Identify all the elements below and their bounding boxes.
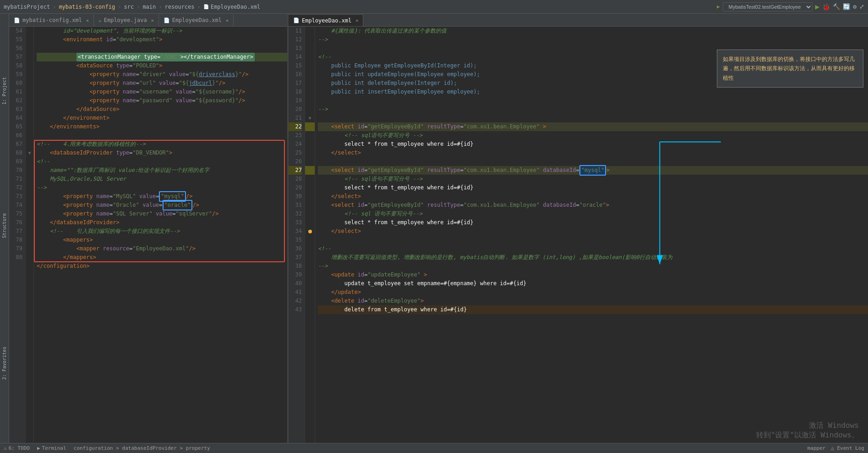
rline-31: <select id="getEmployeeById" resultType=… (318, 201, 868, 210)
code-line-60: <property name="url" value="${jdbcurl}"/… (37, 79, 287, 88)
rline-37: 增删改不需要写返回值类型, 增删改影响的是行数, mybatis自动判断. 如果… (318, 253, 868, 262)
code-line-58: <dataSource type="POOLED"> (37, 61, 287, 70)
code-line-73: <property name="MySQL" value="mysql"/> (37, 192, 287, 201)
rline-20: --> (318, 105, 868, 114)
rline-40: update t_employee set empname=#{empname}… (318, 279, 868, 288)
right-code: #{属性值}: 代表取出传递过来的某个参数的值 --> <!-- public … (315, 27, 868, 443)
right-gutter: ▼ (305, 27, 315, 443)
rline-38: --> (318, 262, 868, 271)
left-tab-bar: 📄 mybatis-config.xml ✕ ☕ Employee.java ✕… (9, 14, 287, 27)
code-line-55: <environment id="development"> (37, 35, 287, 44)
breadcrumb-file[interactable]: EmployeeDao.xml (211, 4, 260, 10)
right-panel: 📄 EmployeeDao.xml ✕ 11 12 13 14 15 16 17… (289, 14, 868, 443)
tab-employee-java[interactable]: ☕ Employee.java ✕ (94, 14, 159, 26)
tab-employee-dao[interactable]: 📄 EmployeeDao.xml ✕ (159, 14, 234, 26)
java-icon: ☕ (98, 17, 102, 23)
code-line-71: MySQL,Oracle,SQL Server (37, 175, 287, 183)
left-panel: 📄 mybatis-config.xml ✕ ☕ Employee.java ✕… (9, 14, 289, 443)
xml-icon-2: 📄 (164, 17, 170, 23)
rline-33: select * from t_employee where id=#{id} (318, 218, 868, 227)
run-config-select[interactable]: MybatisTest02.testGetEmployee (723, 2, 813, 11)
top-bar: mybatisProject › mybatis-03-config › src… (0, 0, 868, 14)
breadcrumb-config[interactable]: mybatis-03-config (59, 4, 115, 10)
code-line-54: id="development", 当前环境的唯一标识--> (37, 27, 287, 35)
code-line-57: <transactionManager type="JDBC"></transa… (37, 53, 287, 61)
code-line-77: <!-- 引入我们编写的每一个接口的实现文件--> (37, 227, 287, 236)
rline-32: <!-- sql 语句不要写分号--> (318, 210, 868, 218)
tab-close-employee[interactable]: ✕ (151, 18, 154, 23)
code-line-76: </databaseIdProvider> (37, 218, 287, 227)
rline-43: delete from t_employee where id=#{id} (318, 305, 868, 314)
code-line-75: <property name="SQL Server" value="sqlSe… (37, 210, 287, 218)
rline-21 (318, 114, 868, 122)
event-log[interactable]: △ Event Log (831, 445, 864, 451)
build-icon[interactable]: 🔨 (833, 3, 840, 10)
status-bar: ⚠ 6: TODO ▶ Terminal configuration > dat… (0, 443, 868, 453)
rline-39: <update id="updateEmployee" > (318, 271, 868, 279)
left-gutter: ▼ (26, 27, 34, 443)
xml-icon-right: 📄 (293, 17, 300, 23)
left-line-numbers: 54 55 56 57 58 59 60 61 62 63 64 65 66 6… (9, 27, 26, 443)
rline-28: <!-- sql语句不要写分号 --> (318, 175, 868, 183)
expand-icon[interactable]: ⤢ (859, 3, 864, 10)
breadcrumb-resources[interactable]: resources (165, 4, 195, 10)
editors-wrapper: 1: Project Structure 2: Favorites 📄 myba… (0, 14, 868, 443)
rline-25: </select> (318, 149, 868, 157)
toolbar-right: ▶ MybatisTest02.testGetEmployee ▶ 🐞 🔨 🔄 … (717, 2, 864, 11)
terminal-panel[interactable]: ▶ Terminal (37, 445, 66, 451)
structure-panel-label[interactable]: Structure (2, 213, 7, 238)
rline-36: <!-- (318, 244, 868, 253)
code-line-79: <mapper resource="EmployeeDao.xml"/> (37, 244, 287, 253)
rline-35 (318, 236, 868, 244)
rline-19 (318, 96, 868, 105)
code-line-65: </environments> (37, 122, 287, 131)
breadcrumb-src[interactable]: src (124, 4, 134, 10)
code-line-80: </mappers> (37, 253, 287, 262)
todo-panel[interactable]: ⚠ 6: TODO (4, 445, 30, 451)
code-line-61: <property name="username" value="${usern… (37, 88, 287, 96)
favorites-panel-label[interactable]: 2: Favorites (2, 347, 7, 380)
left-code: id="development", 当前环境的唯一标识--> <environm… (34, 27, 287, 443)
code-line-63: </dataSource> (37, 105, 287, 114)
tab-close-dao-right[interactable]: ✕ (355, 18, 358, 23)
debug-icon[interactable]: 🐞 (822, 3, 830, 11)
rline-41: </update> (318, 288, 868, 297)
rline-23: <!-- sql语句不要写分号 --> (318, 131, 868, 140)
code-line-62: <property name="password" value="${passw… (37, 96, 287, 105)
rline-18: public int insertEmployee(Employee emplo… (318, 88, 868, 96)
breadcrumb-project[interactable]: mybatisProject (4, 4, 50, 10)
right-tab-bar: 📄 EmployeeDao.xml ✕ (289, 14, 868, 27)
tab-mybatis-config[interactable]: 📄 mybatis-config.xml ✕ (9, 14, 94, 26)
tab-close-dao[interactable]: ✕ (226, 18, 229, 23)
rline-24: select * from t_employee where id=#{id} (318, 140, 868, 149)
rline-29: select * from t_employee where id=#{id} (318, 183, 868, 192)
code-line-56 (37, 44, 287, 53)
rline-22: <select id="getEmployeeById" resultType=… (318, 122, 868, 131)
project-panel-label[interactable]: 1: Project (2, 77, 7, 105)
right-breadcrumb: mapper (807, 445, 825, 451)
tab-employee-dao-right[interactable]: 📄 EmployeeDao.xml ✕ (289, 14, 363, 26)
code-line-74: <property name="Oracle" value="oracle"/> (37, 201, 287, 210)
code-line-68: <databaseIdProvider type="DB_VENDOR"> (37, 149, 287, 157)
run-button[interactable]: ▶ (815, 2, 820, 11)
status-right: mapper △ Event Log (807, 445, 864, 451)
code-line-67: <!-- 4.用来考虑数据库的移植性的--> (37, 140, 287, 149)
annotation-box: 如果项目涉及到数据库的切换，将接口中的方法多写几遍，然后用不同数据库标识该方法，… (717, 50, 863, 88)
settings-icon[interactable]: ⚙ (853, 3, 857, 10)
code-line-59: <property name="driver" value="${driverc… (37, 70, 287, 79)
rline-11: #{属性值}: 代表取出传递过来的某个参数的值 (318, 27, 868, 35)
right-line-numbers: 11 12 13 14 15 16 17 18 19 20 21 22 23 2… (289, 27, 305, 443)
xml-icon: 📄 (14, 17, 20, 23)
rline-30: </select> (318, 192, 868, 201)
code-line-81: </configuration> (37, 262, 287, 271)
left-sidebar: 1: Project Structure 2: Favorites (0, 14, 9, 443)
right-editor: 11 12 13 14 15 16 17 18 19 20 21 22 23 2… (289, 27, 868, 443)
tab-close-mybatis-config[interactable]: ✕ (86, 18, 89, 23)
left-editor: 54 55 56 57 58 59 60 61 62 63 64 65 66 6… (9, 27, 287, 443)
rline-34: </select> (318, 227, 868, 236)
code-line-70: name="":数据库厂商标识 value:给这个标识起一个好用的名字 (37, 166, 287, 175)
breadcrumb-main[interactable]: main (142, 4, 156, 10)
reload-icon[interactable]: 🔄 (843, 3, 850, 10)
code-line-69: <!-- (37, 157, 287, 166)
code-line-66 (37, 131, 287, 140)
